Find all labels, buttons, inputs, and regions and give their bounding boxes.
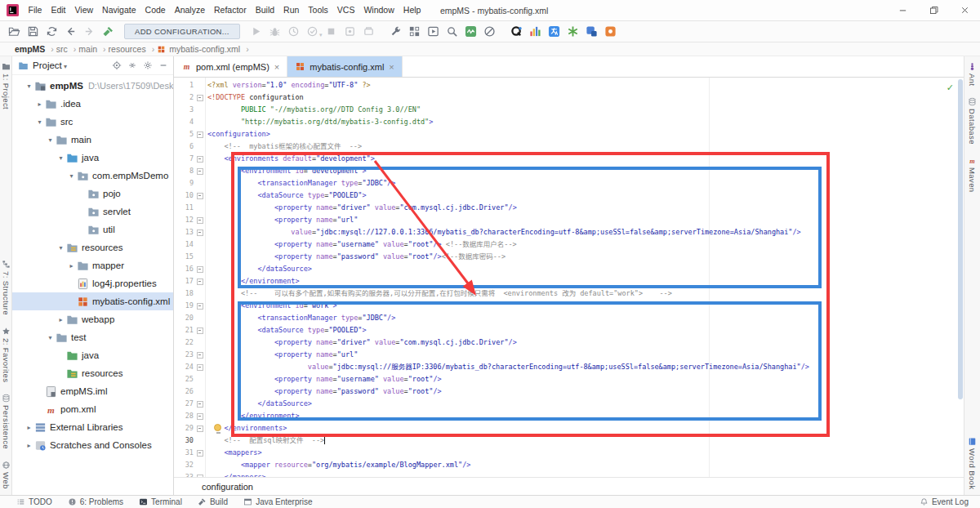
code-line[interactable]: 26 <property name="password" value="root… xyxy=(174,385,964,398)
fold-marker-icon[interactable] xyxy=(194,422,205,434)
code-line[interactable]: 30 <!-- 配置sql映射文件 --> xyxy=(174,434,964,447)
code-line[interactable]: 10 <dataSource type="POOLED"> xyxy=(174,189,964,202)
code-line[interactable]: 3 PUBLIC "-//mybatis.org//DTD Config 3.0… xyxy=(174,104,964,116)
code-text[interactable]: </environment> xyxy=(205,275,964,287)
tool-window-button[interactable]: Web xyxy=(2,455,11,495)
toolbar-icon[interactable] xyxy=(24,23,42,41)
window-control-icon[interactable] xyxy=(918,0,949,20)
breadcrumb-item[interactable]: mybatis-config.xml xyxy=(157,44,251,54)
code-line[interactable]: 25 <property name="username" value="root… xyxy=(174,373,964,385)
tree-row[interactable]: .idea xyxy=(12,95,173,113)
code-line[interactable]: 32 <mapper resource="org/mybatis/example… xyxy=(174,459,964,471)
fold-marker-icon[interactable] xyxy=(194,128,205,140)
toolbar-icon[interactable] xyxy=(80,23,99,41)
fold-marker-icon[interactable] xyxy=(194,361,205,373)
code-text[interactable]: PUBLIC "-//mybatis.org//DTD Config 3.0//… xyxy=(205,104,964,116)
tree-chevron-icon[interactable] xyxy=(56,154,66,162)
code-line[interactable]: 29 </environments> xyxy=(174,422,964,434)
menu-item[interactable]: VCS xyxy=(332,0,359,20)
code-text[interactable]: </environments> xyxy=(205,422,964,434)
code-text[interactable]: <!-- 配置sql映射文件 --> xyxy=(205,434,964,447)
panel-header-icon[interactable] xyxy=(143,60,153,70)
code-text[interactable]: <mapper resource="org/mybatis/example/Bl… xyxy=(205,459,964,471)
fold-marker-icon[interactable] xyxy=(194,324,205,336)
toolbar-run-icon[interactable] xyxy=(303,23,322,41)
code-line[interactable]: 27 </dataSource> xyxy=(174,398,964,410)
panel-header-icon[interactable] xyxy=(158,60,168,70)
code-line[interactable]: 16 </dataSource> xyxy=(174,263,964,275)
code-text[interactable]: </environment> xyxy=(205,410,964,422)
toolbar-icon[interactable] xyxy=(5,23,24,41)
window-control-icon[interactable] xyxy=(949,0,980,20)
panel-header-icon[interactable] xyxy=(127,60,137,70)
code-text[interactable]: <dataSource type="POOLED"> xyxy=(205,189,964,202)
code-line[interactable]: 14 <property name="username" value="root… xyxy=(174,238,964,251)
panel-header-icon[interactable] xyxy=(112,60,122,70)
statusbar-button[interactable]: Build xyxy=(198,497,228,506)
code-text[interactable]: <property name="driver" value="com.mysql… xyxy=(205,336,964,349)
fold-marker-icon[interactable] xyxy=(194,153,205,165)
tab-close-icon[interactable]: × xyxy=(274,62,279,72)
tree-row[interactable]: test xyxy=(12,328,173,346)
tool-window-button[interactable]: Database xyxy=(968,91,977,150)
line-number[interactable]: 22 xyxy=(174,336,194,349)
line-number[interactable]: 7 xyxy=(174,153,194,165)
menu-item[interactable]: Analyze xyxy=(170,0,209,20)
fold-marker-icon[interactable] xyxy=(194,91,205,104)
toolbar-tool-icon[interactable] xyxy=(480,23,499,41)
tab-close-icon[interactable]: × xyxy=(389,62,394,72)
line-number[interactable]: 10 xyxy=(174,189,194,202)
code-text[interactable]: <property name="password" value="root"/>… xyxy=(205,251,964,263)
menu-item[interactable]: Code xyxy=(140,0,170,20)
tree-row[interactable]: log4j.properties xyxy=(12,274,173,292)
code-line[interactable]: 12 <property name="url" xyxy=(174,214,964,226)
code-text[interactable]: value="jdbc:mysql://服务器IP:3306/mybatis_d… xyxy=(205,361,964,373)
tree-row[interactable]: util xyxy=(12,221,173,238)
code-text[interactable]: <configuration> xyxy=(205,128,964,140)
statusbar-button[interactable]: 6: Problems xyxy=(68,497,123,506)
code-text[interactable]: <!-- mybatis框架的核心配置文件 --> xyxy=(205,140,964,153)
toolbar-icon[interactable] xyxy=(61,23,80,41)
toolbar-run-icon[interactable] xyxy=(247,23,265,41)
line-number[interactable]: 26 xyxy=(174,385,194,398)
tree-row[interactable]: main xyxy=(12,131,173,149)
code-text[interactable]: </mappers> xyxy=(205,471,964,477)
code-text[interactable]: <property name="driver" value="com.mysql… xyxy=(205,202,964,214)
line-number[interactable]: 23 xyxy=(174,349,194,361)
line-number[interactable]: 4 xyxy=(174,116,194,128)
code-line[interactable]: 28 </environment> xyxy=(174,410,964,422)
fold-marker-icon[interactable] xyxy=(194,471,205,477)
code-text[interactable]: <property name="url" xyxy=(205,349,964,361)
toolbar-tool-icon[interactable] xyxy=(386,23,405,41)
code-line[interactable]: 24 value="jdbc:mysql://服务器IP:3306/mybati… xyxy=(174,361,964,373)
tree-row[interactable]: mybatis-config.xml xyxy=(12,292,173,310)
tree-row[interactable]: java xyxy=(12,346,173,364)
breadcrumb-item[interactable]: empMS xyxy=(15,44,56,54)
code-line[interactable]: 11 <property name="driver" value="com.my… xyxy=(174,202,964,214)
line-number[interactable]: 31 xyxy=(174,447,194,459)
menu-item[interactable]: Build xyxy=(251,0,278,20)
line-number[interactable]: 20 xyxy=(174,312,194,324)
code-line[interactable]: 2<!DOCTYPE configuration xyxy=(174,91,964,104)
tree-row[interactable]: src xyxy=(12,113,173,131)
fold-marker-icon[interactable] xyxy=(194,300,205,312)
statusbar-button[interactable]: Java Enterprise xyxy=(243,497,312,506)
code-text[interactable]: </dataSource> xyxy=(205,398,964,410)
tool-window-button[interactable]: Maven xyxy=(968,150,977,198)
intention-bulb-icon[interactable] xyxy=(214,424,221,431)
tree-row[interactable]: empMS.iml xyxy=(12,382,173,400)
editor-scrollbar[interactable] xyxy=(958,79,963,399)
menu-item[interactable]: Tools xyxy=(304,0,333,20)
code-line[interactable]: 20 <transactionManager type="JDBC"/> xyxy=(174,312,964,324)
code-line[interactable]: 4 "http://mybatis.org/dtd/mybatis-3-conf… xyxy=(174,116,964,128)
tree-row[interactable]: servlet xyxy=(12,203,173,221)
toolbar-tool-icon[interactable] xyxy=(424,23,443,41)
line-number[interactable]: 9 xyxy=(174,177,194,189)
code-line[interactable]: 18 <!-- 可以有多个配置,如果有购买的服务器,可以分开配置,在打包时候只需… xyxy=(174,287,964,300)
menu-item[interactable]: Window xyxy=(359,0,399,20)
tree-row[interactable]: empMS D:\Users\17509\Deskto xyxy=(12,77,173,95)
code-line[interactable]: 31 <mappers> xyxy=(174,447,964,459)
editor-tab[interactable]: mybatis-config.xml × xyxy=(287,56,403,77)
line-number[interactable]: 27 xyxy=(174,398,194,410)
code-text[interactable]: <transactionManager type="JDBC"/> xyxy=(205,177,964,189)
